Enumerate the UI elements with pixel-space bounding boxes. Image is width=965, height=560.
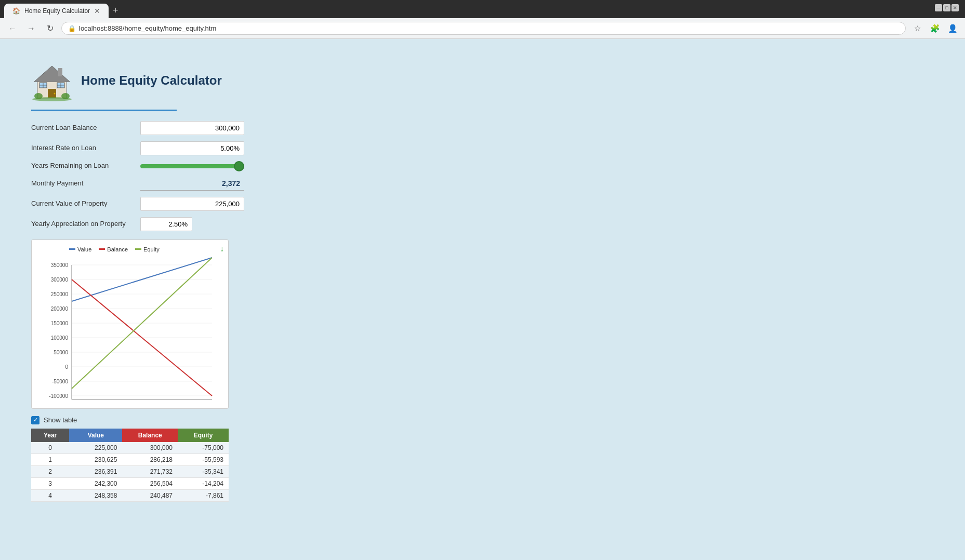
table-row: 1 230,625 286,218 -55,593: [31, 454, 229, 465]
svg-point-3: [54, 93, 56, 95]
house-icon: [31, 60, 73, 101]
value-legend-dot: [69, 248, 75, 250]
svg-text:0: 0: [70, 402, 73, 402]
table-row: 2 236,391 271,732 -35,341: [31, 465, 229, 477]
svg-text:12: 12: [171, 402, 178, 402]
tab-favicon: 🏠: [12, 7, 20, 15]
loan-balance-input[interactable]: [140, 121, 244, 135]
equity-cell: -14,204: [178, 477, 229, 489]
chart-download-button[interactable]: ↓: [220, 244, 224, 254]
url-text: localhost:8888/home_equity/home_equity.h…: [79, 24, 216, 32]
equity-legend-label: Equity: [143, 246, 160, 252]
svg-text:350000: 350000: [51, 262, 69, 268]
year-cell: 1: [31, 454, 69, 465]
value-column-header: Value: [69, 429, 122, 442]
browser-window: 🏠 Home Equity Calculator ✕ + ─ □ ✕ ← → ↻…: [0, 0, 965, 560]
svg-text:14: 14: [189, 402, 195, 402]
legend-equity: Equity: [135, 246, 160, 252]
page-header: Home Equity Calculator: [31, 60, 249, 101]
equity-column-header: Equity: [178, 429, 229, 442]
browser-toolbar: ← → ↻ 🔒 localhost:8888/home_equity/home_…: [0, 18, 965, 39]
svg-text:0: 0: [65, 364, 68, 370]
interest-rate-row: Interest Rate on Loan: [31, 141, 249, 155]
years-remaining-label: Years Remaining on Loan: [31, 162, 140, 170]
svg-point-12: [34, 93, 43, 99]
balance-column-header: Balance: [122, 429, 178, 442]
new-tab-button[interactable]: +: [111, 3, 121, 18]
svg-text:-100000: -100000: [49, 393, 68, 399]
table-row: 4 248,358 240,487 -7,861: [31, 489, 229, 501]
year-cell: 3: [31, 477, 69, 489]
svg-marker-1: [34, 66, 70, 82]
close-button[interactable]: ✕: [951, 4, 959, 11]
appreciation-input[interactable]: [140, 217, 192, 231]
balance-cell: 286,218: [122, 454, 178, 465]
value-cell: 242,300: [69, 477, 122, 489]
years-remaining-slider[interactable]: [140, 164, 244, 168]
monthly-payment-label: Monthly Payment: [31, 179, 140, 188]
equity-cell: -55,593: [178, 454, 229, 465]
appreciation-label: Yearly Appreciation on Property: [31, 220, 140, 229]
value-cell: 225,000: [69, 442, 122, 454]
browser-action-buttons: ☆ 🧩 👤: [910, 21, 960, 36]
loan-balance-row: Current Loan Balance: [31, 121, 249, 135]
profile-button[interactable]: 👤: [945, 21, 960, 36]
tab-close-button[interactable]: ✕: [94, 7, 100, 15]
svg-text:150000: 150000: [51, 321, 69, 326]
svg-text:250000: 250000: [51, 291, 69, 297]
years-remaining-row: Years Remaining on Loan: [31, 162, 249, 170]
balance-legend-dot: [99, 248, 105, 250]
lock-icon: 🔒: [68, 25, 76, 32]
page-title: Home Equity Calculator: [81, 73, 222, 88]
data-table: Year Value Balance Equity 0 225,000 300,…: [31, 429, 229, 502]
value-cell: 248,358: [69, 489, 122, 501]
svg-text:50000: 50000: [54, 350, 68, 355]
loan-balance-label: Current Loan Balance: [31, 124, 140, 132]
svg-point-13: [61, 93, 70, 99]
svg-text:100000: 100000: [51, 335, 69, 341]
balance-cell: 271,732: [122, 465, 178, 477]
value-legend-label: Value: [77, 246, 91, 252]
equity-cell: -35,341: [178, 465, 229, 477]
active-tab[interactable]: 🏠 Home Equity Calculator ✕: [4, 4, 109, 18]
chart-svg: 350000 300000 250000 200000 150000 10000…: [38, 257, 215, 402]
monthly-payment-row: Monthly Payment 2,372: [31, 177, 249, 191]
address-bar[interactable]: 🔒 localhost:8888/home_equity/home_equity…: [61, 22, 906, 35]
svg-text:200000: 200000: [51, 306, 69, 312]
svg-text:300000: 300000: [51, 277, 69, 283]
bookmark-button[interactable]: ☆: [910, 21, 924, 36]
extensions-button[interactable]: 🧩: [928, 21, 942, 36]
equity-cell: -7,861: [178, 489, 229, 501]
balance-cell: 240,487: [122, 489, 178, 501]
balance-legend-label: Balance: [107, 246, 128, 252]
table-row: 3 242,300 256,504 -14,204: [31, 477, 229, 489]
svg-text:8: 8: [139, 402, 142, 402]
back-button[interactable]: ←: [5, 21, 20, 36]
svg-text:-50000: -50000: [52, 379, 69, 384]
property-value-row: Current Value of Property: [31, 197, 249, 211]
year-cell: 0: [31, 442, 69, 454]
svg-text:10: 10: [154, 402, 161, 402]
value-cell: 236,391: [69, 465, 122, 477]
monthly-payment-value: 2,372: [140, 177, 244, 191]
table-row: 0 225,000 300,000 -75,000: [31, 442, 229, 454]
property-value-input[interactable]: [140, 197, 244, 211]
svg-rect-10: [58, 68, 62, 76]
year-cell: 4: [31, 489, 69, 501]
svg-text:4: 4: [104, 402, 108, 402]
years-slider-container: [140, 162, 244, 170]
tab-title: Home Equity Calculator: [24, 7, 90, 15]
title-divider: [31, 110, 177, 111]
show-table-checkbox[interactable]: ✓: [31, 416, 39, 424]
minimize-button[interactable]: ─: [935, 4, 942, 11]
maximize-button[interactable]: □: [943, 4, 950, 11]
balance-cell: 300,000: [122, 442, 178, 454]
refresh-button[interactable]: ↻: [43, 21, 57, 36]
year-cell: 2: [31, 465, 69, 477]
interest-rate-input[interactable]: [140, 141, 244, 155]
year-column-header: Year: [31, 429, 69, 442]
forward-button[interactable]: →: [24, 21, 38, 36]
chart-legend: Value Balance Equity: [69, 246, 222, 252]
value-cell: 230,625: [69, 454, 122, 465]
legend-value: Value: [69, 246, 91, 252]
